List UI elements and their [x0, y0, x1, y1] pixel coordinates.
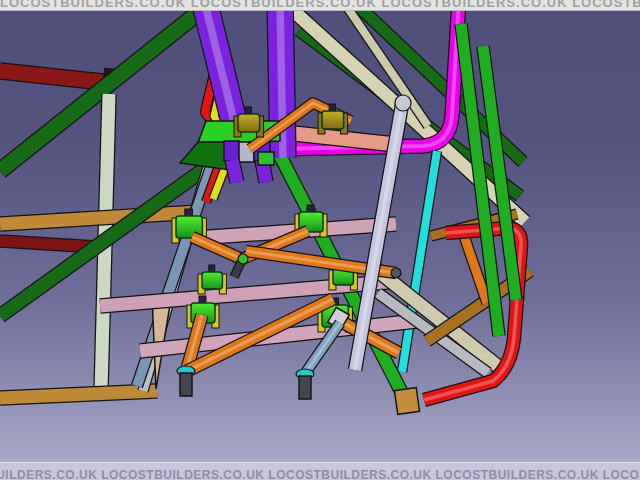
watermark-text-bottom: LOCOSTBUILDERS.CO.UK LOCOSTBUILDERS.CO.U…: [0, 468, 640, 480]
watermark-text-top: LOCOSTBUILDERS.CO.UK LOCOSTBUILDERS.CO.U…: [0, 0, 640, 10]
nose-bottom-block-tan: [394, 388, 419, 415]
upper-balljoint-cap: [238, 254, 248, 264]
long-arm-end-joint: [391, 268, 401, 278]
left-mid-rail-tan: [0, 212, 198, 224]
rear-upper-rail-darkred: [0, 71, 112, 83]
left-mid-rail-darkred: [0, 241, 97, 247]
upper-balljoint-stud: [234, 262, 241, 277]
watermark-band-bottom: LOCOSTBUILDERS.CO.UK LOCOSTBUILDERS.CO.U…: [0, 462, 640, 480]
mount-block-green-small: [258, 152, 274, 165]
chassis-model[interactable]: [0, 0, 640, 480]
cad-viewport[interactable]: [0, 0, 640, 480]
balljoint-stud-left: [180, 373, 192, 396]
balljoint-stud-right: [299, 376, 311, 399]
bottom-rail-tan: [0, 391, 157, 398]
mount-block-purple-1: [224, 141, 239, 161]
wishbone-mount-mid-left: [198, 265, 226, 294]
watermark-band-top: LOCOSTBUILDERS.CO.UK LOCOSTBUILDERS.CO.U…: [0, 0, 640, 11]
steering-uj-ball: [395, 95, 411, 111]
mount-stub-purple-1: [232, 160, 237, 182]
cad-screenshot: LOCOSTBUILDERS.CO.UK LOCOSTBUILDERS.CO.U…: [0, 0, 640, 480]
